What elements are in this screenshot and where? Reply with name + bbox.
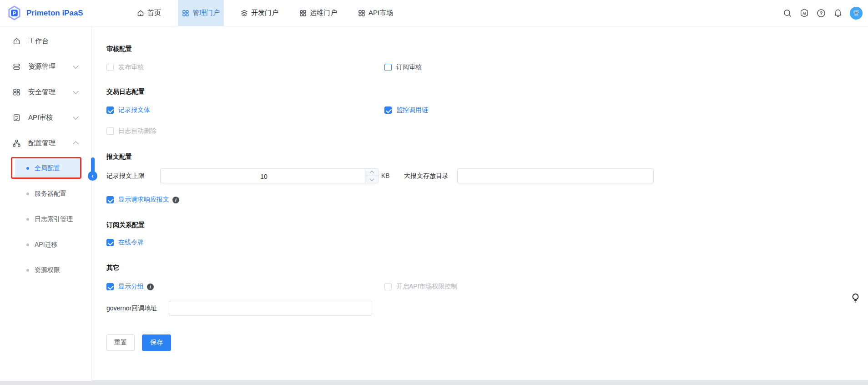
sidebar-item-workbench[interactable]: 工作台 xyxy=(0,28,91,54)
sidebar-item-security-mgmt[interactable]: 安全管理 xyxy=(0,79,91,105)
show-group-row: 显示分组 i xyxy=(106,282,154,291)
market-perm-checkbox[interactable] xyxy=(384,283,392,290)
grid-icon xyxy=(182,10,189,17)
big-message-dir-input[interactable] xyxy=(457,168,654,183)
global-config-panel: 审核配置 发布审核 订阅审核 交易日志配置 记录报文体 监控调用链 日志自动删除… xyxy=(92,26,868,381)
sidebar-item-label: 资源管理 xyxy=(28,62,56,71)
home-icon xyxy=(137,10,144,17)
record-body-row: 记录报文体 xyxy=(106,106,150,115)
number-stepper xyxy=(365,169,378,183)
auto-delete-row: 日志自动删除 xyxy=(106,127,156,136)
record-body-label: 记录报文体 xyxy=(118,106,150,114)
nav-item-label: 开发门户 xyxy=(251,9,278,17)
sidebar-item-resource-mgmt[interactable]: 资源管理 xyxy=(0,54,91,79)
header-actions: AI ? 管 xyxy=(782,0,863,26)
info-icon[interactable]: i xyxy=(172,197,179,203)
sidebar-item-label: API审核 xyxy=(28,113,53,122)
info-icon[interactable]: i xyxy=(147,284,154,290)
svg-text:?: ? xyxy=(820,11,823,16)
audit-doc-icon xyxy=(13,114,20,122)
section-title-audit-config: 审核配置 xyxy=(106,44,132,53)
nav-item-home[interactable]: 首页 xyxy=(133,0,165,26)
sidebar-item-config-mgmt[interactable]: 配置管理 xyxy=(0,130,91,156)
portal-nav: 首页 管理门户 开发门户 运维门户 xyxy=(133,0,410,26)
big-message-dir-label: 大报文存放目录 xyxy=(404,168,449,183)
monitor-chain-checkbox[interactable] xyxy=(384,106,392,114)
app-logo-icon: P xyxy=(6,5,22,21)
nav-item-admin-portal[interactable]: 管理门户 xyxy=(178,0,224,26)
save-button[interactable]: 保存 xyxy=(142,334,171,351)
stepper-up-button[interactable] xyxy=(365,169,378,176)
publish-audit-row: 发布审核 xyxy=(106,63,144,72)
message-limit-label: 记录报文上限 xyxy=(106,168,145,183)
bullet-dot xyxy=(26,243,29,246)
bullet-dot xyxy=(26,167,29,170)
help-icon[interactable]: ? xyxy=(816,8,826,18)
online-token-row: 在线令牌 xyxy=(106,238,144,247)
layers-icon xyxy=(241,10,248,17)
chevron-up-icon xyxy=(73,141,79,147)
bullet-dot xyxy=(26,218,29,221)
workbench-icon xyxy=(13,37,20,45)
sidebar-subitem-api-migration[interactable]: API迁移 xyxy=(0,232,91,258)
chevron-down-icon xyxy=(73,63,79,69)
sidebar-subitem-label: API迁移 xyxy=(35,241,58,249)
search-icon[interactable] xyxy=(782,8,792,18)
sidebar-subitem-label: 日志索引管理 xyxy=(35,215,73,223)
brand-title: Primeton iPaaS xyxy=(26,0,83,26)
chevron-down-icon xyxy=(369,177,374,181)
section-title-message-config: 报文配置 xyxy=(106,152,132,161)
subscribe-audit-label: 订阅审核 xyxy=(396,63,422,71)
chevron-down-icon xyxy=(73,114,79,120)
bottom-scroll-strip[interactable] xyxy=(0,380,868,385)
market-perm-row: 开启API市场权限控制 xyxy=(384,282,458,291)
sidebar-collapse-handle[interactable]: ‹ xyxy=(88,157,98,185)
nav-item-label: API市场 xyxy=(368,9,393,17)
show-reqres-row: 显示请求响应报文 i xyxy=(106,195,179,204)
subscribe-audit-row: 订阅审核 xyxy=(384,63,422,72)
subscribe-audit-checkbox[interactable] xyxy=(384,64,392,71)
notification-bell-icon[interactable] xyxy=(833,8,843,18)
reset-button[interactable]: 重置 xyxy=(106,334,135,351)
stepper-down-button[interactable] xyxy=(365,176,378,183)
nav-item-dev-portal[interactable]: 开发门户 xyxy=(237,0,283,26)
sidebar-item-label: 工作台 xyxy=(28,37,49,46)
show-group-label: 显示分组 xyxy=(118,283,144,291)
market-perm-label: 开启API市场权限控制 xyxy=(396,283,458,291)
grid-icon xyxy=(358,10,365,17)
section-title-subscription-config: 订阅关系配置 xyxy=(106,220,145,229)
grid-icon xyxy=(299,10,307,17)
sidebar-subitem-server-config[interactable]: 服务器配置 xyxy=(0,181,91,207)
monitor-chain-row: 监控调用链 xyxy=(384,106,428,115)
message-limit-input[interactable] xyxy=(161,169,367,184)
record-body-checkbox[interactable] xyxy=(106,106,114,114)
chevron-up-icon xyxy=(369,171,374,175)
auto-delete-label: 日志自动删除 xyxy=(118,127,156,135)
sidebar-item-api-audit[interactable]: API审核 xyxy=(0,105,91,130)
sidebar-subitem-log-index-mgmt[interactable]: 日志索引管理 xyxy=(0,207,91,232)
sidebar: 工作台 资源管理 安全管理 API审核 配置管理 全局配置 xyxy=(0,26,92,381)
show-group-checkbox[interactable] xyxy=(106,283,114,290)
lightbulb-icon[interactable] xyxy=(852,293,859,305)
ai-assistant-icon[interactable]: AI xyxy=(799,8,809,18)
collapse-chevron-left-icon: ‹ xyxy=(88,171,97,181)
user-avatar[interactable]: 管 xyxy=(850,7,863,20)
online-token-checkbox[interactable] xyxy=(106,239,114,246)
bullet-dot xyxy=(26,269,29,272)
collapse-bar xyxy=(91,157,95,173)
bullet-dot xyxy=(26,192,29,195)
sidebar-subitem-global-config[interactable]: 全局配置 xyxy=(0,156,91,181)
sidebar-subitem-resource-permission[interactable]: 资源权限 xyxy=(0,258,91,283)
auto-delete-checkbox[interactable] xyxy=(106,127,114,135)
sidebar-subitem-label: 服务器配置 xyxy=(35,190,66,198)
sidebar-item-label: 配置管理 xyxy=(28,139,56,147)
publish-audit-checkbox[interactable] xyxy=(106,64,114,71)
show-reqres-checkbox[interactable] xyxy=(106,196,114,203)
svg-text:P: P xyxy=(13,10,16,16)
top-header: P Primeton iPaaS 首页 管理门户 开发门户 xyxy=(0,0,868,26)
nav-item-ops-portal[interactable]: 运维门户 xyxy=(295,0,341,26)
governor-callback-input[interactable] xyxy=(169,301,372,316)
governor-callback-label: governor回调地址 xyxy=(106,301,157,316)
nav-item-api-market[interactable]: API市场 xyxy=(354,0,397,26)
message-limit-input-wrap xyxy=(160,168,378,183)
